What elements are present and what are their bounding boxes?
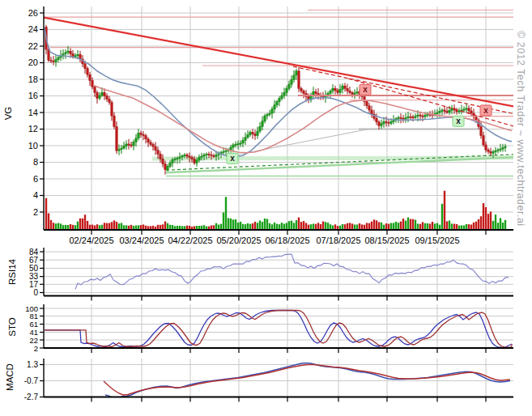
candle-body <box>264 116 266 121</box>
volume-bar <box>366 223 368 229</box>
volume-bar <box>82 219 83 230</box>
volume-bar <box>150 226 151 229</box>
candle-body <box>184 155 185 155</box>
volume-bar <box>313 223 314 229</box>
volume-bar <box>89 225 91 230</box>
volume-bar <box>220 224 222 230</box>
volume-bar <box>143 224 144 229</box>
candle-body <box>410 117 411 117</box>
candle-body <box>94 87 96 92</box>
candle-body <box>293 75 295 80</box>
signal-marker-glyph: x <box>456 117 461 125</box>
volume-bar <box>502 223 504 229</box>
candle-body <box>351 92 353 94</box>
main-panel-label: VG <box>3 107 13 121</box>
candle-body <box>155 146 156 151</box>
y-tick-label: 22 <box>28 41 38 51</box>
volume-bar <box>213 225 215 229</box>
y-tick-label: 4 <box>33 190 38 200</box>
volume-bar <box>334 224 336 229</box>
x-axis-date-label: 02/24/2025 <box>69 236 113 245</box>
candle-body <box>347 88 348 91</box>
candle-body <box>349 91 351 92</box>
candle-body <box>291 80 292 85</box>
volume-bar <box>337 226 338 229</box>
gridlines <box>44 6 513 397</box>
volume-bar <box>398 223 399 229</box>
candle-body <box>298 71 300 89</box>
candle-body <box>89 74 91 81</box>
y-tick-label: 6 <box>33 174 38 184</box>
candle-body <box>186 155 188 156</box>
volume-bar <box>169 225 171 230</box>
candle-body <box>169 163 171 167</box>
volume-bar <box>135 225 137 229</box>
y-tick-label: 2 <box>33 207 38 217</box>
volume-bar <box>45 198 47 230</box>
x-axis-date-label: 05/20/2025 <box>216 236 261 245</box>
candle-body <box>191 158 193 159</box>
candle-body <box>237 144 239 145</box>
candle-body <box>167 167 168 170</box>
candle-body <box>368 106 370 110</box>
volume-bar <box>211 225 212 229</box>
volume-bar <box>133 226 134 229</box>
volume-bar <box>463 225 465 229</box>
candle-body <box>483 136 484 145</box>
candle-body <box>262 121 263 127</box>
rsi-panel-label: RSI14 <box>7 258 17 285</box>
candle-body <box>417 115 419 117</box>
candle-body <box>468 108 470 111</box>
candle-body <box>133 142 134 146</box>
candle-body <box>490 151 492 153</box>
volume-bar <box>235 219 236 229</box>
volume-bar <box>490 212 492 230</box>
volume-bar <box>322 222 324 230</box>
volume-bar <box>101 225 103 230</box>
volume-bar <box>388 223 389 229</box>
candle-body <box>354 93 355 95</box>
candle-body <box>315 91 317 93</box>
volume-bar <box>453 224 455 230</box>
volume-bar <box>177 226 178 230</box>
y-tick-label: 10 <box>28 141 38 151</box>
volume-bar <box>330 224 331 229</box>
candle-body <box>84 64 86 69</box>
volume-bar <box>245 224 246 229</box>
candle-body <box>466 108 467 109</box>
volume-bar <box>157 225 159 230</box>
candle-body <box>388 122 389 123</box>
volume-bar <box>402 219 404 229</box>
candle-body <box>339 89 341 92</box>
candle-body <box>249 133 251 135</box>
volume-bar <box>274 223 275 230</box>
candle-body <box>242 140 244 143</box>
volume-bar <box>208 227 210 230</box>
candle-body <box>269 113 270 115</box>
volume-bar <box>111 222 113 229</box>
candle-body <box>446 111 448 112</box>
candle-body <box>470 111 472 113</box>
chart-canvas[interactable]: xxxx 26242220181614121086428467503317010… <box>0 0 532 416</box>
candle-body <box>240 143 241 144</box>
volume-bar <box>145 226 147 230</box>
volume-bar <box>271 224 273 229</box>
candle-body <box>181 156 183 157</box>
candle-body <box>230 147 232 150</box>
volume-bar <box>466 224 467 230</box>
volume-bar <box>121 223 122 229</box>
candle-body <box>485 145 487 150</box>
y-tick-label: 16 <box>28 91 38 100</box>
candle-body <box>179 157 181 158</box>
candle-body <box>57 57 59 60</box>
sto-panel-label: STO <box>7 317 17 336</box>
volume-bar <box>451 223 453 229</box>
volume-bar <box>237 223 239 229</box>
volume-bar <box>218 225 219 230</box>
volume-bar <box>446 221 448 229</box>
candle-body <box>62 54 64 56</box>
candle-body <box>502 148 504 150</box>
candle-body <box>439 111 440 112</box>
candle-body <box>500 149 501 150</box>
volume-bar <box>55 223 57 229</box>
